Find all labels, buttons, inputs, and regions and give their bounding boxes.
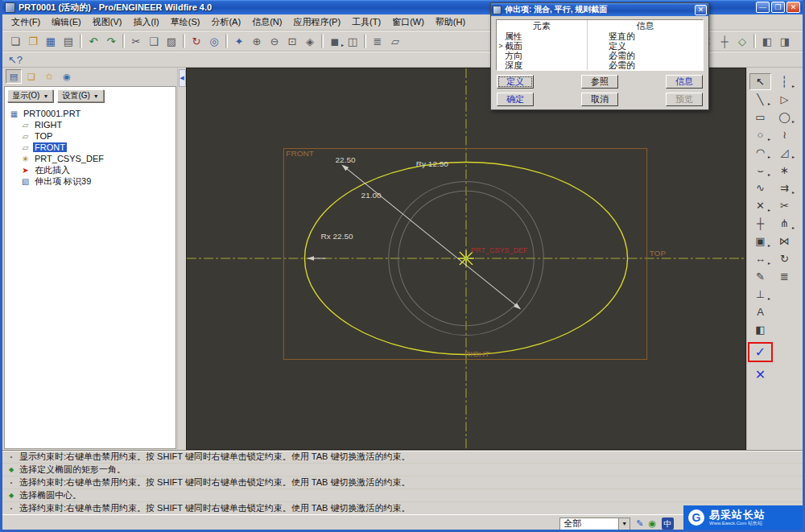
tree-item-right-plane[interactable]: ▱ RIGHT <box>5 119 175 130</box>
line-tool[interactable]: ╲ <box>749 91 771 108</box>
spline-tool[interactable]: ∿ <box>749 179 771 196</box>
select-tool[interactable]: ↖ <box>749 73 771 90</box>
annotations-button[interactable]: ▱ <box>386 33 404 49</box>
tree-item-part-root[interactable]: ▦ PRT0001.PRT <box>5 108 175 119</box>
save-button[interactable]: ▦ <box>42 33 60 49</box>
panel-splitter[interactable]: ◀ <box>177 68 186 450</box>
csys-label[interactable]: PRT_CSYS_DEF <box>471 246 528 254</box>
new-window-button[interactable]: ◧ <box>758 33 776 49</box>
cancel-button[interactable]: 取消 <box>581 93 618 106</box>
dialog-close-button[interactable]: ✕ <box>695 5 707 15</box>
maximize-button[interactable]: ❐ <box>771 2 785 13</box>
rectangle-tool[interactable]: ▭ <box>749 109 771 126</box>
diagonal-dimension-leader[interactable] <box>347 168 521 308</box>
menu-sketch[interactable]: 草绘(S) <box>165 14 206 30</box>
open-file-button[interactable]: ❐ <box>24 33 42 49</box>
rotate-resize-tool[interactable]: ↻ <box>774 250 795 267</box>
mirror-tool[interactable]: ⋈ <box>774 233 795 250</box>
close-window-button[interactable]: ◨ <box>776 33 794 49</box>
dialog-title-bar[interactable]: 伸出项: 混合, 平行, 规则截面 ✕ <box>491 3 708 16</box>
redo-button[interactable]: ↷ <box>102 33 120 49</box>
modify-dimension-tool[interactable]: ✎ <box>749 268 771 285</box>
graphics-area[interactable]: 22.50 Ry 12.50 21.00 Rx 22.50 FRONT TOP … <box>186 68 746 450</box>
front-plane-label[interactable]: FRONT <box>286 149 314 158</box>
csys-display-toggle[interactable]: ┼ <box>716 33 733 49</box>
info-button[interactable]: 信息 <box>666 75 703 89</box>
preview-button[interactable]: 预览 <box>666 93 703 106</box>
zoom-out-button[interactable]: ⊖ <box>266 33 283 49</box>
right-plane-label[interactable]: RIGHT <box>464 350 489 359</box>
constraint-tool[interactable]: ⊥ <box>749 286 771 303</box>
favorites-tab[interactable]: ✩ <box>41 69 57 84</box>
fillet-tool[interactable]: ⌣ <box>749 162 771 179</box>
conic-arc-tool[interactable]: ≀ <box>774 126 795 143</box>
arc-tool[interactable]: ◠ <box>749 144 771 161</box>
menu-edit[interactable]: 编辑(E) <box>46 14 87 30</box>
thicken-tool[interactable]: ≣ <box>774 268 795 285</box>
menu-analysis[interactable]: 分析(A) <box>205 14 246 30</box>
offset-tool[interactable]: ⇉ <box>774 179 795 196</box>
collapse-panel-button[interactable]: ◀ <box>179 69 186 87</box>
view-manager-button[interactable]: ◫ <box>344 33 361 49</box>
ellipse-tool[interactable]: ◯ <box>774 109 795 126</box>
trim-delete-tool[interactable]: ✂ <box>774 197 795 214</box>
print-button[interactable]: ▤ <box>60 33 77 49</box>
palette-tool[interactable]: ◧ <box>749 321 771 338</box>
menu-help[interactable]: 帮助(H) <box>430 14 471 30</box>
chamfer-tool[interactable]: ◿ <box>774 144 795 161</box>
dimension-tool[interactable]: ↔ <box>749 250 771 267</box>
references-button[interactable]: 参照 <box>581 75 618 89</box>
paste-button[interactable]: ▨ <box>163 33 180 49</box>
tree-show-button[interactable]: 显示(O) ▼ <box>7 89 53 102</box>
folder-browser-tab[interactable]: ❑ <box>23 69 39 84</box>
new-file-button[interactable]: ❏ <box>6 33 24 49</box>
filter-select[interactable]: 全部 ▼ <box>559 518 630 530</box>
tree-item-top-plane[interactable]: ▱ TOP <box>5 130 175 142</box>
dimension-value[interactable]: 21.00 <box>361 191 382 200</box>
layers-button[interactable]: ≣ <box>369 33 386 49</box>
dimension-value[interactable]: 22.50 <box>336 155 357 164</box>
tree-item-front-plane[interactable]: ▱ FRONT <box>5 142 175 153</box>
minimize-button[interactable]: — <box>756 2 770 13</box>
dimension-value[interactable]: Rx 22.50 <box>320 232 353 241</box>
sketch-point-tool[interactable]: ∗ <box>774 162 795 179</box>
context-help-button[interactable]: ↖? <box>6 52 24 68</box>
regenerate-button[interactable]: ↻ <box>188 33 205 49</box>
divide-tool[interactable]: ⋔ <box>774 215 795 232</box>
find-button[interactable]: ◎ <box>205 33 223 49</box>
element-row-depth[interactable]: 深度 必需的 <box>497 60 703 70</box>
tree-item-csys[interactable]: ✳ PRT_CSYS_DEF <box>5 153 175 164</box>
ok-button[interactable]: 确定 <box>497 93 534 106</box>
refit-button[interactable]: ⊡ <box>283 33 301 49</box>
tree-settings-button[interactable]: 设置(G) ▼ <box>57 89 103 102</box>
tree-item-protrusion[interactable]: ▧ 伸出项 标识39 <box>5 175 175 187</box>
axis-point-tool[interactable]: ▷ <box>774 91 795 108</box>
menu-info[interactable]: 信息(N) <box>246 14 287 30</box>
undo-button[interactable]: ↶ <box>85 33 102 49</box>
dimension-value[interactable]: Ry 12.50 <box>416 160 449 169</box>
point-tool[interactable]: ✕ <box>749 197 771 214</box>
use-edge-tool[interactable]: ▣ <box>749 233 771 250</box>
history-tab[interactable]: ◉ <box>59 69 75 84</box>
menu-window[interactable]: 窗口(W) <box>386 14 430 30</box>
centerline-tool[interactable]: ┆ <box>774 73 795 90</box>
zoom-in-button[interactable]: ⊕ <box>248 33 266 49</box>
menu-insert[interactable]: 插入(I) <box>127 14 164 30</box>
web-status-icon[interactable]: ◉ <box>648 518 656 529</box>
menu-applications[interactable]: 应用程序(P) <box>287 14 346 30</box>
text-tool[interactable]: A <box>749 303 771 320</box>
top-plane-label[interactable]: TOP <box>650 249 667 258</box>
sketch-quit-button[interactable]: ✕ <box>749 366 771 383</box>
spin-center-toggle[interactable]: ◇ <box>733 33 751 49</box>
coordinate-system-tool[interactable]: ┼ <box>749 215 771 232</box>
ime-badge[interactable]: 中 <box>662 518 674 530</box>
menu-view[interactable]: 视图(V) <box>87 14 128 30</box>
circle-tool[interactable]: ○ <box>749 126 771 143</box>
regen-status-icon[interactable]: ✎ <box>636 518 643 529</box>
copy-button[interactable]: ❑ <box>145 33 163 49</box>
tree-item-insert-here[interactable]: ➤ 在此插入 <box>5 164 175 175</box>
sketch-done-button[interactable]: ✓ <box>749 344 771 361</box>
cut-button[interactable]: ✂ <box>127 33 145 49</box>
repaint-button[interactable]: ✦ <box>230 33 248 49</box>
display-style-button[interactable]: ◼ <box>326 33 344 49</box>
